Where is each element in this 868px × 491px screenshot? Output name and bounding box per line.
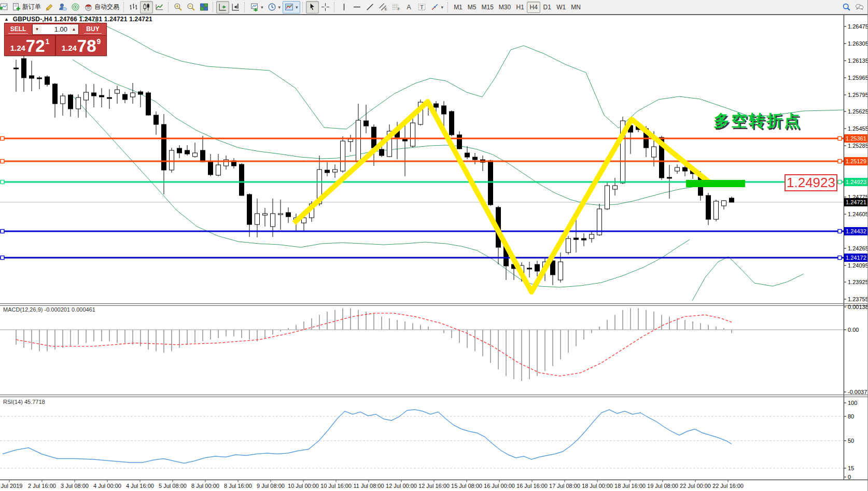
toolbar-grip (302, 2, 304, 12)
tile-windows-button[interactable] (198, 1, 211, 13)
toolbar-grip (168, 2, 170, 12)
candle-body (372, 127, 376, 148)
price-tick-label: 1.23925 (848, 279, 868, 285)
timeframe-H1[interactable]: H1 (513, 2, 527, 13)
buy-price[interactable]: 1.24789 (56, 36, 106, 55)
candlestick-icon (142, 3, 151, 11)
candle-body (131, 93, 135, 97)
line-handle (1, 160, 4, 163)
template-dropdown[interactable]: ▾ (283, 1, 300, 13)
candle-body (201, 150, 205, 162)
clipped-chart-button[interactable] (0, 1, 10, 13)
svg-text:T: T (420, 4, 424, 10)
new-order-label: 新订单 (22, 3, 41, 11)
one-click-trading-panel: SELL ▼ ▲ BUY 1.24721 1.24789 (4, 23, 107, 56)
collapse-icon[interactable]: ▲ (4, 17, 9, 22)
line-handle (838, 180, 842, 184)
price-tick-label: 1.24265 (848, 245, 868, 251)
toolbar: 新订单 自动交易 (0, 0, 868, 15)
timeframe-M1[interactable]: M1 (451, 2, 465, 13)
trendline-button[interactable] (363, 1, 376, 13)
candle-body (457, 135, 462, 149)
bar-chart-button[interactable] (127, 1, 140, 13)
candle-body (473, 157, 478, 160)
time-axis-label: 8 Jul 16:00 (224, 483, 252, 489)
timeframe-MN[interactable]: MN (568, 2, 583, 13)
volume-increase-button[interactable]: ▲ (69, 24, 78, 34)
rsi-axis-label: 50 (848, 438, 854, 444)
macd-axis-label: 0.001381 (848, 304, 868, 310)
timeframe-D1[interactable]: D1 (540, 2, 554, 13)
line-chart-button[interactable] (153, 1, 166, 13)
autotrading-button[interactable]: 自动交易 (82, 1, 121, 13)
dropdown-arrow-icon: ▾ (278, 5, 281, 10)
zoom-out-button[interactable] (185, 1, 198, 13)
community-button[interactable] (56, 1, 69, 13)
text-button[interactable]: A (402, 1, 415, 13)
chat-button[interactable] (853, 1, 866, 13)
candle-body (138, 92, 143, 94)
timeframe-H4[interactable]: H4 (527, 2, 540, 13)
time-axis-label: 17 Jul 08:00 (549, 483, 580, 489)
bar-chart-icon (129, 3, 138, 11)
new-order-button[interactable]: 新订单 (10, 1, 43, 13)
text-label-button[interactable]: T (415, 1, 428, 13)
arrows-dropdown[interactable]: ▾ (428, 1, 446, 13)
buy-button[interactable]: BUY (79, 23, 106, 35)
new-order-icon (12, 3, 21, 11)
timeframe-M5[interactable]: M5 (465, 2, 479, 13)
candle-body (434, 104, 439, 107)
timeframe-W1[interactable]: W1 (554, 2, 568, 13)
price-tick-label: 1.25965 (848, 75, 868, 81)
toolbar-grip (123, 2, 125, 12)
candle-body (247, 194, 252, 225)
signals-button[interactable] (69, 1, 82, 13)
line-handle (1, 256, 4, 260)
price-badge-label: 1.25361 (846, 135, 866, 142)
price-tick-label: 1.25625 (848, 108, 868, 115)
price-badge-label: 1.24432 (846, 228, 866, 234)
crosshair-button[interactable] (319, 1, 332, 13)
price-tick-label: 1.23755 (848, 296, 868, 302)
volume-input[interactable] (41, 24, 69, 34)
time-axis-label: 16 Jul 00:00 (484, 483, 515, 489)
sell-button[interactable]: SELL (5, 23, 32, 35)
rsi-label: RSI(14) 45.7718 (3, 399, 45, 405)
cursor-button[interactable] (306, 1, 319, 13)
channel-button[interactable]: E (376, 1, 389, 13)
fibonacci-icon: F (391, 3, 400, 11)
auto-scroll-button[interactable] (216, 1, 229, 13)
person-cloud-icon (58, 3, 67, 11)
new-chart-dropdown[interactable]: ▾ (248, 1, 265, 13)
candlestick-chart-button[interactable] (140, 1, 153, 13)
candle-body (535, 264, 540, 271)
chart-area[interactable]: 1.24923多空转折点多空转折点1.264751.263051.261351.… (0, 0, 868, 491)
vertical-line-button[interactable] (338, 1, 351, 13)
timeframe-M15[interactable]: M15 (479, 2, 496, 13)
price-tick-label: 1.26475 (848, 23, 868, 30)
candle-body (706, 195, 711, 219)
zoom-in-icon (174, 3, 183, 11)
candle-body (380, 149, 384, 156)
candle-body (146, 93, 151, 115)
chart-shift-button[interactable] (229, 1, 242, 13)
line-handle (838, 256, 842, 260)
candle-body (325, 170, 330, 173)
radar-icon (71, 3, 80, 11)
fibonacci-button[interactable]: F (389, 1, 402, 13)
timeframe-M30[interactable]: M30 (496, 2, 513, 13)
line-handle (838, 160, 842, 163)
volume-decrease-button[interactable]: ▼ (33, 24, 41, 34)
candle-body (667, 177, 672, 178)
macd-axis-label: 0.00 (848, 327, 859, 333)
zoom-in-button[interactable] (172, 1, 185, 13)
sell-price[interactable]: 1.24721 (5, 36, 56, 55)
zoom-out-icon (187, 3, 195, 11)
period-dropdown[interactable]: ▾ (265, 1, 283, 13)
price-tick-label: 1.26135 (848, 58, 868, 64)
horizontal-line-button[interactable] (351, 1, 363, 13)
symbol-period-label: GBPUSD-,H4 (13, 16, 52, 23)
search-button[interactable] (840, 1, 853, 13)
candle-body (582, 239, 586, 240)
styler-button[interactable] (43, 1, 56, 13)
